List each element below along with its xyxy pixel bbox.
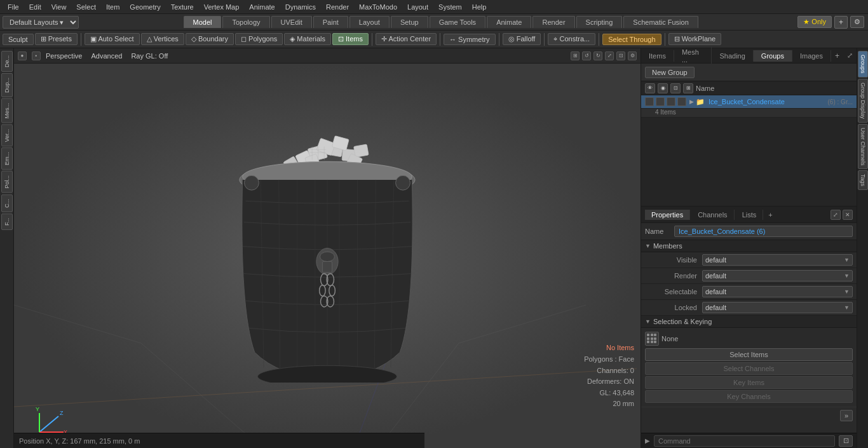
- left-tab-ver[interactable]: Ver...: [1, 125, 13, 147]
- viewport-settings-icon[interactable]: ⚙: [628, 51, 637, 60]
- menu-layout[interactable]: Layout: [402, 2, 433, 12]
- name-field-input[interactable]: [674, 226, 853, 237]
- command-input[interactable]: [654, 435, 835, 447]
- tab-shading[interactable]: Shading: [712, 50, 753, 62]
- viewport-canvas[interactable]: No Items Polygons : Face Channels: 0 Def…: [14, 64, 641, 448]
- render-select[interactable]: default ▼: [702, 270, 853, 282]
- sculpt-button[interactable]: Sculpt: [3, 34, 34, 45]
- menu-render[interactable]: Render: [321, 2, 354, 12]
- viewport-type[interactable]: Perspective: [46, 52, 82, 60]
- props-tab-properties[interactable]: Properties: [645, 210, 690, 220]
- layout-tab-paint[interactable]: Paint: [313, 16, 348, 28]
- menu-view[interactable]: View: [46, 2, 72, 12]
- viewport[interactable]: ● ▪ Perspective Advanced Ray GL: Off ⊞ ↺…: [14, 48, 641, 448]
- menu-maxtomodo[interactable]: MaxToModo: [354, 2, 402, 12]
- selectable-select[interactable]: default ▼: [702, 286, 853, 297]
- left-tab-pol[interactable]: Pol...: [1, 171, 13, 193]
- settings-column-icon[interactable]: ⊞: [683, 83, 693, 93]
- add-panel-tab[interactable]: +: [831, 50, 843, 62]
- tab-groups[interactable]: Groups: [754, 50, 792, 62]
- select-items-button[interactable]: Select Items: [645, 348, 853, 361]
- eye-column-icon[interactable]: 👁: [645, 83, 655, 93]
- members-section-header[interactable]: ▼ Members: [641, 240, 857, 252]
- viewport-reset-icon[interactable]: ↻: [593, 51, 602, 60]
- menu-item[interactable]: Item: [101, 2, 125, 12]
- layout-tab-render[interactable]: Render: [532, 16, 574, 28]
- layout-tab-topology[interactable]: Topology: [222, 16, 269, 28]
- command-submit-button[interactable]: ⊡: [839, 435, 853, 447]
- select-through-button[interactable]: Select Through: [602, 34, 661, 45]
- left-tab-em[interactable]: Em...: [1, 147, 13, 170]
- menu-vertex-map[interactable]: Vertex Map: [199, 2, 245, 12]
- menu-help[interactable]: Help: [467, 2, 492, 12]
- layout-tab-layout[interactable]: Layout: [349, 16, 390, 28]
- layout-tab-scripting[interactable]: Scripting: [576, 16, 623, 28]
- menu-edit[interactable]: Edit: [24, 2, 46, 12]
- left-tab-de[interactable]: De...: [1, 51, 13, 72]
- select-channels-button[interactable]: Select Channels: [645, 362, 853, 375]
- menu-system[interactable]: System: [433, 2, 467, 12]
- menu-geometry[interactable]: Geometry: [125, 2, 165, 12]
- right-vtab-group-display[interactable]: Group Display: [858, 79, 868, 123]
- menu-file[interactable]: File: [3, 2, 24, 12]
- item-eye-icon[interactable]: [645, 97, 654, 106]
- props-collapse-btn[interactable]: ✕: [843, 210, 853, 220]
- props-tab-lists[interactable]: Lists: [736, 210, 764, 220]
- item-render-icon[interactable]: [656, 97, 665, 106]
- layout-tab-schematic[interactable]: Schematic Fusion: [623, 16, 698, 28]
- star-only-button[interactable]: ★ Only: [797, 16, 832, 28]
- tab-mesh[interactable]: Mesh ...: [674, 46, 712, 65]
- group-list-item[interactable]: ▶ 📁 Ice_Bucket_Condensate (6) : Gr...: [641, 95, 857, 109]
- presets-button[interactable]: ⊞ Presets: [35, 33, 78, 45]
- right-vtab-user-channels[interactable]: User Channels: [858, 124, 868, 170]
- right-vtab-groups[interactable]: Groups: [858, 51, 868, 78]
- viewport-maximize-icon[interactable]: ⤢: [605, 51, 614, 60]
- key-items-button[interactable]: Key Items: [645, 376, 853, 389]
- left-tab-mes[interactable]: Mes...: [1, 98, 13, 123]
- viewport-toggle[interactable]: ●: [18, 51, 27, 60]
- viewport-camera-icon[interactable]: ⊞: [571, 51, 580, 60]
- keying-section-header[interactable]: ▼ Selection & Keying: [641, 316, 857, 328]
- new-group-button[interactable]: New Group: [645, 67, 695, 78]
- layout-tab-model[interactable]: Model: [184, 16, 222, 28]
- menu-animate[interactable]: Animate: [244, 2, 280, 12]
- workplane-button[interactable]: ⊟ WorkPlane: [668, 33, 722, 45]
- render-column-icon[interactable]: ◉: [658, 83, 668, 93]
- polygons-button[interactable]: ◻ Polygons: [235, 33, 283, 45]
- menu-select[interactable]: Select: [71, 2, 101, 12]
- locked-select[interactable]: default ▼: [702, 302, 853, 313]
- menu-dynamics[interactable]: Dynamics: [280, 2, 321, 12]
- action-center-button[interactable]: ✛ Action Center: [376, 33, 437, 45]
- props-tab-channels[interactable]: Channels: [691, 210, 734, 220]
- viewport-frame-icon[interactable]: ⊡: [616, 51, 625, 60]
- key-channels-button[interactable]: Key Channels: [645, 390, 853, 403]
- vertices-button[interactable]: △ Vertices: [141, 33, 184, 45]
- falloff-button[interactable]: ◎ Falloff: [503, 33, 541, 45]
- constraints-button[interactable]: ⌖ Constra...: [548, 33, 595, 45]
- layout-tab-animate[interactable]: Animate: [487, 16, 531, 28]
- props-expand-btn[interactable]: ⤢: [831, 210, 841, 220]
- tab-items[interactable]: Items: [641, 50, 674, 62]
- tab-images[interactable]: Images: [792, 50, 831, 62]
- props-expand-footer-btn[interactable]: »: [840, 410, 853, 421]
- settings-button[interactable]: ⚙: [850, 16, 864, 28]
- layout-tab-setup[interactable]: Setup: [391, 16, 428, 28]
- layout-dropdown[interactable]: Default Layouts ▾: [3, 16, 79, 29]
- right-vtab-tags[interactable]: Tags: [858, 170, 868, 190]
- viewport-lock[interactable]: ▪: [32, 51, 41, 60]
- layout-tab-uvedit[interactable]: UVEdit: [271, 16, 312, 28]
- left-tab-f[interactable]: F...: [1, 214, 13, 230]
- layout-tab-gametools[interactable]: Game Tools: [430, 16, 486, 28]
- item-expand-arrow[interactable]: ▶: [689, 98, 694, 105]
- symmetry-button[interactable]: ↔ Symmetry: [444, 34, 496, 45]
- viewport-raygl[interactable]: Ray GL: Off: [131, 52, 168, 60]
- left-tab-c[interactable]: C...: [1, 194, 13, 212]
- item-settings-icon[interactable]: [677, 97, 686, 106]
- expand-panel-btn[interactable]: ⤢: [843, 50, 857, 62]
- viewport-shading[interactable]: Advanced: [91, 52, 122, 60]
- materials-button[interactable]: ◈ Materials: [284, 33, 331, 45]
- props-add-tab[interactable]: +: [764, 210, 776, 220]
- items-button[interactable]: ⊡ Items: [332, 33, 369, 45]
- left-tab-dup[interactable]: Dup...: [1, 73, 13, 97]
- visible-select[interactable]: default ▼: [702, 254, 853, 266]
